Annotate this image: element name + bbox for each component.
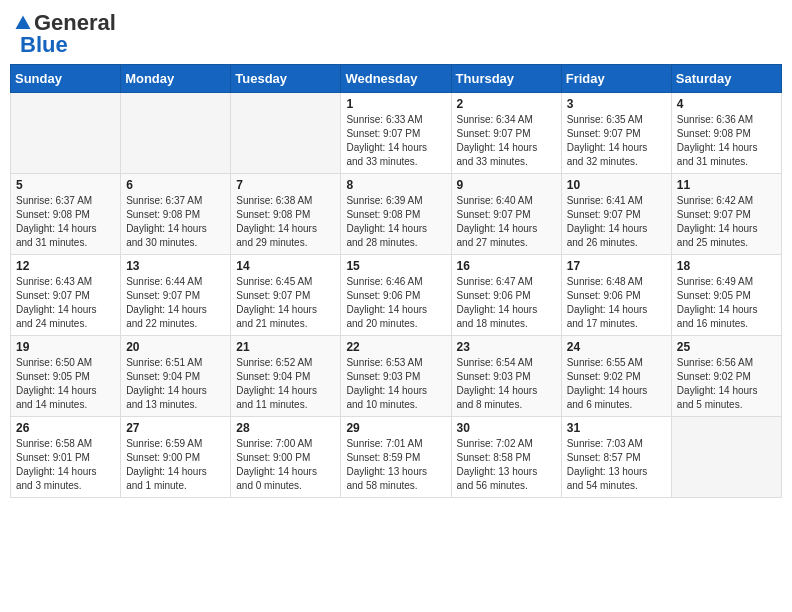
day-cell: 21Sunrise: 6:52 AM Sunset: 9:04 PM Dayli… — [231, 336, 341, 417]
day-cell: 2Sunrise: 6:34 AM Sunset: 9:07 PM Daylig… — [451, 93, 561, 174]
weekday-header-saturday: Saturday — [671, 65, 781, 93]
day-info: Sunrise: 6:44 AM Sunset: 9:07 PM Dayligh… — [126, 275, 225, 331]
day-info: Sunrise: 6:56 AM Sunset: 9:02 PM Dayligh… — [677, 356, 776, 412]
day-number: 6 — [126, 178, 225, 192]
day-cell: 14Sunrise: 6:45 AM Sunset: 9:07 PM Dayli… — [231, 255, 341, 336]
day-cell: 17Sunrise: 6:48 AM Sunset: 9:06 PM Dayli… — [561, 255, 671, 336]
day-number: 10 — [567, 178, 666, 192]
day-number: 21 — [236, 340, 335, 354]
weekday-header-monday: Monday — [121, 65, 231, 93]
day-cell: 7Sunrise: 6:38 AM Sunset: 9:08 PM Daylig… — [231, 174, 341, 255]
svg-marker-0 — [16, 16, 31, 30]
day-number: 1 — [346, 97, 445, 111]
day-number: 8 — [346, 178, 445, 192]
day-cell: 13Sunrise: 6:44 AM Sunset: 9:07 PM Dayli… — [121, 255, 231, 336]
day-info: Sunrise: 6:50 AM Sunset: 9:05 PM Dayligh… — [16, 356, 115, 412]
logo-icon — [14, 14, 32, 32]
weekday-header-wednesday: Wednesday — [341, 65, 451, 93]
day-number: 29 — [346, 421, 445, 435]
day-info: Sunrise: 7:00 AM Sunset: 9:00 PM Dayligh… — [236, 437, 335, 493]
day-cell — [121, 93, 231, 174]
day-info: Sunrise: 6:46 AM Sunset: 9:06 PM Dayligh… — [346, 275, 445, 331]
logo: General Blue — [14, 10, 116, 58]
week-row-1: 1Sunrise: 6:33 AM Sunset: 9:07 PM Daylig… — [11, 93, 782, 174]
day-info: Sunrise: 6:43 AM Sunset: 9:07 PM Dayligh… — [16, 275, 115, 331]
week-row-3: 12Sunrise: 6:43 AM Sunset: 9:07 PM Dayli… — [11, 255, 782, 336]
day-cell: 28Sunrise: 7:00 AM Sunset: 9:00 PM Dayli… — [231, 417, 341, 498]
day-number: 17 — [567, 259, 666, 273]
day-cell: 11Sunrise: 6:42 AM Sunset: 9:07 PM Dayli… — [671, 174, 781, 255]
day-cell: 15Sunrise: 6:46 AM Sunset: 9:06 PM Dayli… — [341, 255, 451, 336]
day-number: 25 — [677, 340, 776, 354]
day-number: 9 — [457, 178, 556, 192]
day-cell: 27Sunrise: 6:59 AM Sunset: 9:00 PM Dayli… — [121, 417, 231, 498]
day-number: 4 — [677, 97, 776, 111]
day-info: Sunrise: 6:55 AM Sunset: 9:02 PM Dayligh… — [567, 356, 666, 412]
day-number: 22 — [346, 340, 445, 354]
day-info: Sunrise: 6:52 AM Sunset: 9:04 PM Dayligh… — [236, 356, 335, 412]
day-info: Sunrise: 7:03 AM Sunset: 8:57 PM Dayligh… — [567, 437, 666, 493]
day-info: Sunrise: 6:34 AM Sunset: 9:07 PM Dayligh… — [457, 113, 556, 169]
day-cell: 26Sunrise: 6:58 AM Sunset: 9:01 PM Dayli… — [11, 417, 121, 498]
day-cell: 16Sunrise: 6:47 AM Sunset: 9:06 PM Dayli… — [451, 255, 561, 336]
day-number: 30 — [457, 421, 556, 435]
day-cell: 4Sunrise: 6:36 AM Sunset: 9:08 PM Daylig… — [671, 93, 781, 174]
day-number: 19 — [16, 340, 115, 354]
day-info: Sunrise: 6:40 AM Sunset: 9:07 PM Dayligh… — [457, 194, 556, 250]
weekday-header-friday: Friday — [561, 65, 671, 93]
day-info: Sunrise: 6:48 AM Sunset: 9:06 PM Dayligh… — [567, 275, 666, 331]
day-cell: 3Sunrise: 6:35 AM Sunset: 9:07 PM Daylig… — [561, 93, 671, 174]
day-cell: 19Sunrise: 6:50 AM Sunset: 9:05 PM Dayli… — [11, 336, 121, 417]
day-info: Sunrise: 6:37 AM Sunset: 9:08 PM Dayligh… — [126, 194, 225, 250]
day-number: 13 — [126, 259, 225, 273]
day-number: 20 — [126, 340, 225, 354]
week-row-2: 5Sunrise: 6:37 AM Sunset: 9:08 PM Daylig… — [11, 174, 782, 255]
day-info: Sunrise: 6:51 AM Sunset: 9:04 PM Dayligh… — [126, 356, 225, 412]
day-cell: 29Sunrise: 7:01 AM Sunset: 8:59 PM Dayli… — [341, 417, 451, 498]
day-cell: 9Sunrise: 6:40 AM Sunset: 9:07 PM Daylig… — [451, 174, 561, 255]
day-number: 14 — [236, 259, 335, 273]
day-number: 27 — [126, 421, 225, 435]
day-number: 11 — [677, 178, 776, 192]
day-info: Sunrise: 6:39 AM Sunset: 9:08 PM Dayligh… — [346, 194, 445, 250]
day-number: 31 — [567, 421, 666, 435]
day-number: 7 — [236, 178, 335, 192]
day-number: 2 — [457, 97, 556, 111]
day-cell — [671, 417, 781, 498]
day-cell: 24Sunrise: 6:55 AM Sunset: 9:02 PM Dayli… — [561, 336, 671, 417]
day-cell: 10Sunrise: 6:41 AM Sunset: 9:07 PM Dayli… — [561, 174, 671, 255]
day-info: Sunrise: 6:38 AM Sunset: 9:08 PM Dayligh… — [236, 194, 335, 250]
day-number: 26 — [16, 421, 115, 435]
day-info: Sunrise: 6:42 AM Sunset: 9:07 PM Dayligh… — [677, 194, 776, 250]
weekday-header-thursday: Thursday — [451, 65, 561, 93]
day-number: 12 — [16, 259, 115, 273]
day-info: Sunrise: 7:01 AM Sunset: 8:59 PM Dayligh… — [346, 437, 445, 493]
day-cell: 12Sunrise: 6:43 AM Sunset: 9:07 PM Dayli… — [11, 255, 121, 336]
day-info: Sunrise: 7:02 AM Sunset: 8:58 PM Dayligh… — [457, 437, 556, 493]
day-number: 16 — [457, 259, 556, 273]
day-cell: 31Sunrise: 7:03 AM Sunset: 8:57 PM Dayli… — [561, 417, 671, 498]
day-info: Sunrise: 6:33 AM Sunset: 9:07 PM Dayligh… — [346, 113, 445, 169]
day-info: Sunrise: 6:36 AM Sunset: 9:08 PM Dayligh… — [677, 113, 776, 169]
day-cell — [231, 93, 341, 174]
day-cell: 23Sunrise: 6:54 AM Sunset: 9:03 PM Dayli… — [451, 336, 561, 417]
day-info: Sunrise: 6:58 AM Sunset: 9:01 PM Dayligh… — [16, 437, 115, 493]
day-cell: 25Sunrise: 6:56 AM Sunset: 9:02 PM Dayli… — [671, 336, 781, 417]
day-info: Sunrise: 6:53 AM Sunset: 9:03 PM Dayligh… — [346, 356, 445, 412]
weekday-header-row: SundayMondayTuesdayWednesdayThursdayFrid… — [11, 65, 782, 93]
day-cell: 20Sunrise: 6:51 AM Sunset: 9:04 PM Dayli… — [121, 336, 231, 417]
page-header: General Blue — [10, 10, 782, 58]
weekday-header-tuesday: Tuesday — [231, 65, 341, 93]
day-info: Sunrise: 6:37 AM Sunset: 9:08 PM Dayligh… — [16, 194, 115, 250]
day-cell: 8Sunrise: 6:39 AM Sunset: 9:08 PM Daylig… — [341, 174, 451, 255]
day-cell — [11, 93, 121, 174]
day-number: 5 — [16, 178, 115, 192]
calendar-table: SundayMondayTuesdayWednesdayThursdayFrid… — [10, 64, 782, 498]
day-cell: 6Sunrise: 6:37 AM Sunset: 9:08 PM Daylig… — [121, 174, 231, 255]
day-cell: 22Sunrise: 6:53 AM Sunset: 9:03 PM Dayli… — [341, 336, 451, 417]
logo-blue: Blue — [20, 32, 68, 58]
day-cell: 5Sunrise: 6:37 AM Sunset: 9:08 PM Daylig… — [11, 174, 121, 255]
day-number: 15 — [346, 259, 445, 273]
day-info: Sunrise: 6:54 AM Sunset: 9:03 PM Dayligh… — [457, 356, 556, 412]
day-info: Sunrise: 6:59 AM Sunset: 9:00 PM Dayligh… — [126, 437, 225, 493]
